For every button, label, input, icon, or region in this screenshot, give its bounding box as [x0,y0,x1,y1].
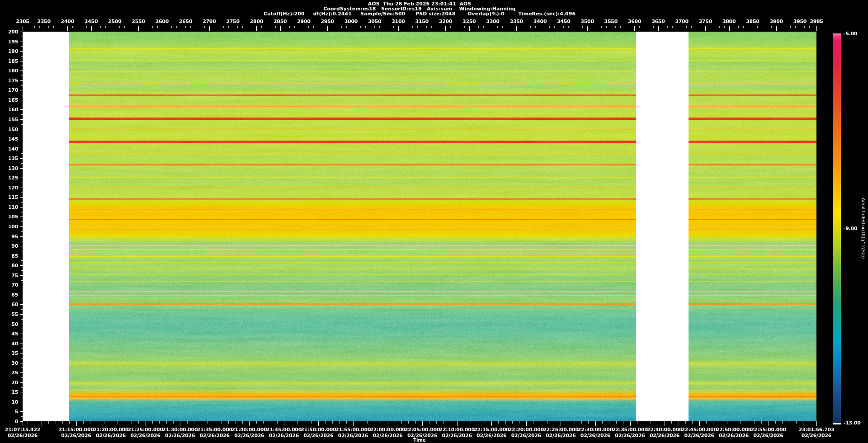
frequency-tick-label: 180 [8,68,18,74]
frequency-tick-label: 70 [11,282,18,288]
header-params-line2: Cutoff(Hz):200 df(Hz):0.2441 Sample/Sec:… [264,11,576,17]
record-tick-label: 2450 [85,19,98,24]
frequency-tick-label: 170 [8,87,18,93]
frequency-tick-label: 130 [8,165,18,171]
frequency-tick-label: 125 [8,175,18,181]
time-tick-label: 22:20:00.00002/26/2026 [509,427,544,438]
frequency-tick-label: 10 [11,399,18,405]
date-value: 02/26/2026 [197,433,232,438]
data-gap-1 [23,32,69,421]
time-value: 23:01:56.703 [799,427,834,433]
colorbar-tick-label: -5.00 [844,31,857,37]
spectrogram-panel[interactable] [23,32,816,421]
record-tick-label: 3850 [746,19,759,24]
record-tick-label: 3700 [675,19,688,24]
record-tick-label: 2700 [203,19,216,24]
date-value: 02/26/2026 [799,433,834,438]
frequency-tick-label: 100 [8,224,18,230]
time-axis-ticks [23,421,817,426]
frequency-tick-label: 195 [8,38,18,44]
frequency-axis-labels: 2001951901851801751701651601551501451401… [0,32,19,421]
record-axis-labels: 2305235024002450250025502600265027002750… [23,19,816,25]
frequency-tick-label: 45 [11,331,18,337]
time-value: 22:05:00.000 [405,427,440,433]
time-value: 21:30:00.000 [162,427,198,433]
frequency-tick-label: 50 [11,321,18,327]
time-value: 22:50:00.000 [716,427,751,433]
date-value: 02/26/2026 [335,433,371,438]
time-value: 21:35:00.000 [197,427,232,433]
time-tick-label: 22:10:00.00002/26/2026 [439,427,475,438]
frequency-tick-label: 5 [15,409,18,415]
frequency-tick-label: 200 [8,29,18,35]
time-tick-label: 21:55:00.00002/26/2026 [335,427,371,438]
record-tick-label: 2750 [226,19,239,24]
frequency-tick-label: 75 [11,272,18,278]
time-value: 22:00:00.000 [370,427,405,433]
time-tick-label: 21:07:15.42202/26/2026 [5,427,40,438]
record-tick-label: 3350 [510,19,523,24]
time-tick-label: 22:15:00.00002/26/2026 [474,427,509,438]
time-tick-label: 22:35:00.00002/26/2026 [612,427,647,438]
record-tick-label: 3750 [699,19,712,24]
date-value: 02/26/2026 [162,433,198,438]
record-axis-ticks [23,26,817,31]
frequency-tick-label: 150 [8,126,18,132]
time-value: 21:40:00.000 [231,427,267,433]
date-value: 02/26/2026 [681,433,717,438]
time-value: 21:20:00.000 [93,427,128,433]
frequency-tick-label: 145 [8,136,18,142]
time-tick-label: 21:30:00.00002/26/2026 [162,427,198,438]
frequency-tick-label: 185 [8,58,18,64]
time-value: 22:25:00.000 [543,427,578,433]
record-tick-label: 2500 [108,19,121,24]
time-tick-label: 21:50:00.00002/26/2026 [301,427,336,438]
record-tick-label: 3400 [533,19,547,24]
frequency-tick-label: 90 [11,243,18,249]
date-value: 02/26/2026 [93,433,128,438]
record-tick-label: 2350 [37,19,50,24]
frequency-tick-label: 160 [8,107,18,113]
frequency-tick-label: 110 [8,204,18,210]
record-tick-label: 2850 [274,19,287,24]
frequency-tick-label: 85 [11,253,18,259]
time-tick-label: 22:25:00.00002/26/2026 [543,427,578,438]
record-tick-label: 2800 [250,19,263,24]
time-tick-label: 22:55:00.00002/26/2026 [750,427,786,438]
time-tick-label: 21:15:00.00002/26/2026 [58,427,94,438]
frequency-tick-label: 120 [8,184,18,190]
record-tick-label: 3900 [769,19,783,24]
frequency-tick-label: 175 [8,77,18,83]
time-tick-label: 22:05:00.00002/26/2026 [405,427,440,438]
record-tick-label: 3000 [344,19,358,24]
time-value: 22:15:00.000 [474,427,509,433]
record-tick-label: 3800 [722,19,736,24]
frequency-tick-label: 115 [8,194,18,200]
amplitude-axis-label: Amplitude(Log10(g^2/Hz)) [861,198,866,259]
frequency-tick-label: 40 [11,340,18,346]
time-value: 22:40:00.000 [647,427,682,433]
time-value: 22:45:00.000 [681,427,717,433]
date-value: 02/26/2026 [5,433,40,438]
time-tick-label: 21:25:00.00002/26/2026 [128,427,163,438]
date-value: 02/26/2026 [128,433,163,438]
frequency-tick-label: 95 [11,233,18,239]
time-tick-label: 21:35:00.00002/26/2026 [197,427,232,438]
frequency-tick-label: 165 [8,97,18,103]
frequency-tick-label: 60 [11,302,18,307]
time-value: 22:30:00.000 [578,427,613,433]
date-value: 02/26/2026 [716,433,751,438]
record-tick-label: 3500 [580,19,594,24]
frequency-tick-label: 140 [8,146,18,151]
frequency-tick-label: 15 [11,389,18,395]
record-tick-label: 3600 [628,19,641,24]
time-tick-label: 23:01:56.70302/26/2026 [799,427,834,438]
record-tick-label: 3100 [392,19,405,24]
date-value: 02/26/2026 [266,433,302,438]
record-tick-label: 2305 [16,19,29,24]
record-tick-label: 3250 [462,19,476,24]
record-tick-label: 3550 [604,19,618,24]
time-tick-label: 22:45:00.00002/26/2026 [681,427,717,438]
time-value: 22:55:00.000 [750,427,786,433]
time-tick-label: 22:50:00.00002/26/2026 [716,427,751,438]
